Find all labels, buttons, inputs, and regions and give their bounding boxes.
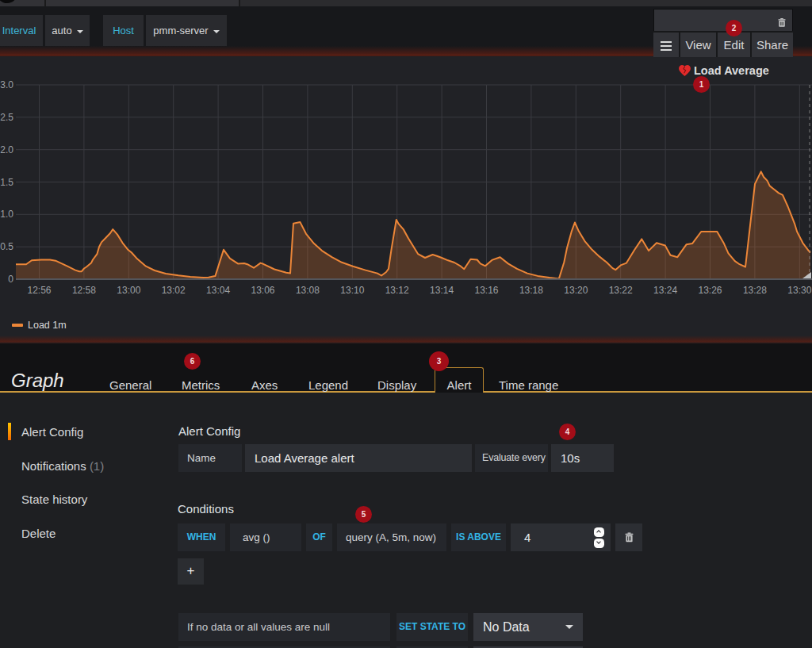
svg-text:13:30: 13:30 <box>787 285 811 296</box>
svg-text:13:02: 13:02 <box>162 285 186 296</box>
svg-text:1.5: 1.5 <box>0 177 13 188</box>
svg-text:13:08: 13:08 <box>296 285 320 296</box>
svg-text:13:10: 13:10 <box>340 285 364 296</box>
svg-text:13:12: 13:12 <box>385 285 409 296</box>
svg-text:13:24: 13:24 <box>653 285 677 296</box>
svg-text:2.5: 2.5 <box>0 112 13 123</box>
svg-text:13:26: 13:26 <box>698 285 722 296</box>
svg-text:13:28: 13:28 <box>743 285 767 296</box>
svg-text:13:04: 13:04 <box>206 285 230 296</box>
svg-text:13:14: 13:14 <box>430 285 454 296</box>
svg-text:13:06: 13:06 <box>251 285 274 296</box>
svg-text:1.0: 1.0 <box>0 209 13 220</box>
svg-text:13:16: 13:16 <box>474 285 498 296</box>
svg-text:0: 0 <box>8 274 13 285</box>
svg-text:13:20: 13:20 <box>564 285 588 296</box>
svg-text:3.0: 3.0 <box>0 79 13 90</box>
svg-text:12:56: 12:56 <box>27 285 51 296</box>
svg-text:12:58: 12:58 <box>72 285 96 296</box>
svg-text:13:18: 13:18 <box>519 285 543 296</box>
svg-text:13:22: 13:22 <box>609 285 633 296</box>
svg-text:13:00: 13:00 <box>117 285 140 296</box>
svg-text:0.5: 0.5 <box>0 241 13 252</box>
svg-text:2.0: 2.0 <box>0 144 13 155</box>
